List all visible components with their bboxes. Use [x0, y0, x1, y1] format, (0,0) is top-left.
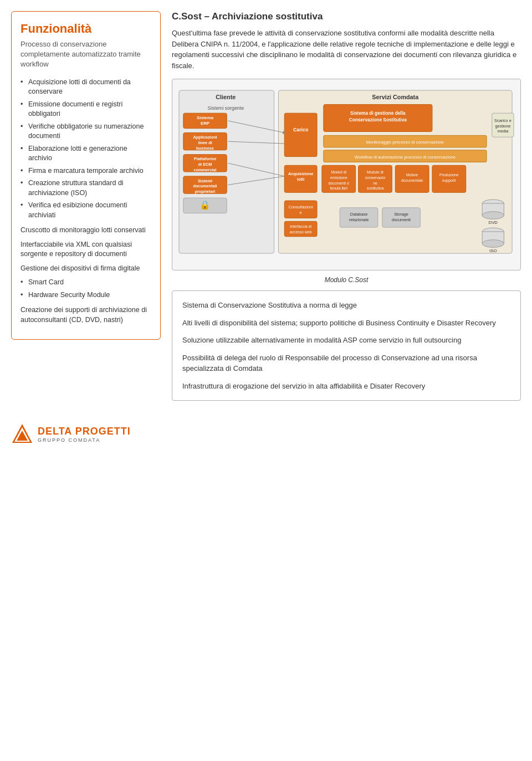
- svg-text:Applicazioni: Applicazioni: [193, 135, 217, 140]
- plain-item: Cruscotto di monitoraggio lotti conserva…: [21, 226, 151, 236]
- svg-text:Piattaforme: Piattaforme: [194, 156, 216, 161]
- svg-text:Carico: Carico: [293, 127, 309, 132]
- svg-text:Servizi Comdata: Servizi Comdata: [372, 94, 419, 100]
- svg-text:commercial: commercial: [194, 167, 217, 172]
- logo-main-text: DELTA PROGETTI: [38, 426, 131, 437]
- sub-bullet-item: Hardware Security Module: [21, 290, 151, 300]
- left-panel: Funzionalità Processo di conservazione c…: [11, 11, 161, 340]
- svg-text:DVD: DVD: [489, 220, 498, 225]
- main-bullet-list: Acquisizione lotti di documenti da conse…: [21, 78, 151, 221]
- svg-text:linee di: linee di: [198, 140, 212, 145]
- bullet-item: Creazione struttura standard di archivia…: [21, 178, 151, 198]
- svg-text:ne: ne: [373, 181, 377, 185]
- architecture-diagram: Cliente Servizi Comdata Sistemi sorgente…: [178, 85, 515, 262]
- final-text: Creazione dei supporti di archiviazione …: [21, 305, 151, 325]
- bullet-item: Firma e marcatura temporale archivio: [21, 166, 151, 176]
- svg-text:Sistemi: Sistemi: [198, 178, 212, 183]
- svg-text:Consultazioni: Consultazioni: [289, 205, 313, 210]
- svg-text:accesso web: accesso web: [290, 230, 312, 234]
- left-title: Funzionalità: [21, 22, 151, 36]
- svg-text:Moduli di: Moduli di: [331, 170, 347, 174]
- feature-item: Possibilità di delega del ruolo di Respo…: [182, 353, 510, 374]
- features-box: Sistema di Conservazione Sostitutiva a n…: [172, 290, 521, 401]
- logo-group-text: GRUPPO COMDATA: [38, 437, 131, 443]
- modulo-label: Modulo C.Sost: [172, 276, 521, 284]
- svg-text:tenuta libri: tenuta libri: [330, 186, 347, 190]
- svg-text:Sistema: Sistema: [197, 115, 214, 120]
- svg-text:documentali: documentali: [193, 183, 217, 188]
- svg-text:Cliente: Cliente: [216, 94, 236, 100]
- svg-text:lotti: lotti: [297, 177, 304, 182]
- delta-progetti-logo-icon: [11, 423, 33, 445]
- svg-text:Monitoraggio processo di conse: Monitoraggio processo di conservazione: [366, 140, 444, 145]
- svg-text:gestione: gestione: [495, 124, 511, 129]
- svg-text:Database: Database: [350, 212, 367, 217]
- diagram-container: Cliente Servizi Comdata Sistemi sorgente…: [172, 79, 521, 270]
- svg-text:Conservazione Sostitutiva: Conservazione Sostitutiva: [349, 117, 407, 122]
- plain-item: Gestione dei dispositivi di firma digita…: [21, 264, 151, 274]
- svg-point-68: [482, 212, 504, 219]
- svg-text:Workflow di automazione proces: Workflow di automazione processo di cons…: [355, 155, 456, 160]
- svg-text:di ECM: di ECM: [198, 162, 212, 167]
- sub-bullet-list: Smart CardHardware Security Module: [21, 278, 151, 300]
- svg-rect-57: [284, 221, 317, 236]
- svg-text:Sistema di gestione della: Sistema di gestione della: [350, 110, 406, 116]
- footer: DELTA PROGETTI GRUPPO COMDATA: [11, 423, 521, 445]
- svg-rect-22: [284, 113, 317, 156]
- svg-text:Scarico e: Scarico e: [494, 118, 511, 123]
- svg-text:Produzione: Produzione: [439, 173, 459, 177]
- sub-bullet-item: Smart Card: [21, 278, 151, 288]
- logo-text-block: DELTA PROGETTI GRUPPO COMDATA: [38, 426, 131, 443]
- svg-text:proprietari: proprietari: [195, 189, 216, 194]
- svg-text:supporti: supporti: [442, 178, 456, 183]
- svg-text:e: e: [300, 210, 302, 215]
- footer-logo: DELTA PROGETTI GRUPPO COMDATA: [11, 423, 131, 445]
- bullet-item: Elaborazione lotti e generazione archivi…: [21, 144, 151, 164]
- svg-text:Modulo di: Modulo di: [367, 170, 383, 174]
- svg-text:media: media: [497, 129, 509, 134]
- svg-text:sostitutiva: sostitutiva: [367, 186, 384, 190]
- bullet-item: Emissione documenti e registri obbligato…: [21, 100, 151, 119]
- bullet-item: Verifiche obbligatorie su numerazione do…: [21, 122, 151, 141]
- svg-point-72: [482, 240, 504, 248]
- bullet-item: Verifica ed esibizione documenti archivi…: [21, 201, 151, 220]
- bullet-item: Acquisizione lotti di documenti da conse…: [21, 78, 151, 97]
- svg-text:business: business: [196, 146, 214, 151]
- svg-text:conservazio: conservazio: [365, 176, 386, 180]
- svg-text:Sistemi sorgente: Sistemi sorgente: [207, 105, 244, 111]
- right-intro: Quest'ultima fase prevede le attività di…: [172, 28, 521, 71]
- feature-item: Sistema di Conservazione Sostitutiva a n…: [182, 300, 510, 311]
- svg-text:documenti e: documenti e: [329, 181, 350, 185]
- feature-item: Soluzione utilizzabile alternativamente …: [182, 335, 510, 346]
- feature-item: Infrastruttura di erogazione del servizi…: [182, 381, 510, 392]
- svg-text:emissione: emissione: [330, 176, 347, 180]
- svg-text:documentale: documentale: [401, 178, 423, 182]
- svg-text:relazionale: relazionale: [349, 217, 369, 222]
- svg-text:ERP: ERP: [201, 121, 209, 126]
- left-subtitle: Processo di conservazione completamente …: [21, 39, 151, 70]
- svg-text:documenti: documenti: [392, 217, 411, 222]
- plain-items-container: Cruscotto di monitoraggio lotti conserva…: [21, 226, 151, 273]
- plain-item: Interfacciabile via XML con qualsiasi so…: [21, 240, 151, 259]
- svg-text:Acquisizione: Acquisizione: [288, 171, 313, 176]
- svg-text:🔒: 🔒: [200, 200, 211, 210]
- right-panel: C.Sost – Archiviazione sostitutiva Quest…: [170, 11, 521, 401]
- feature-item: Alti livelli di disponibilità del sistem…: [182, 318, 510, 329]
- svg-text:Storage: Storage: [394, 212, 408, 217]
- svg-text:Interfaccia di: Interfaccia di: [290, 224, 311, 228]
- right-title: C.Sost – Archiviazione sostitutiva: [172, 11, 521, 22]
- svg-text:Motore: Motore: [406, 173, 418, 177]
- svg-text:ISO: ISO: [489, 248, 497, 253]
